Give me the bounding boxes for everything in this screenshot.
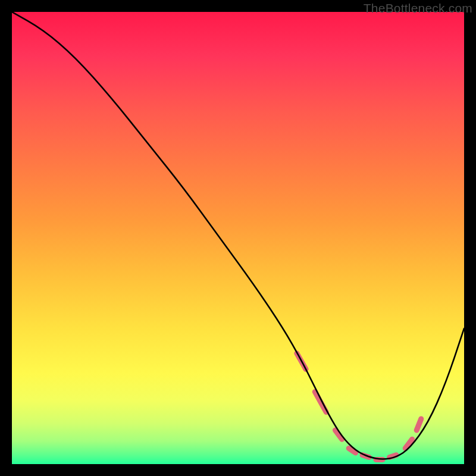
watermark-text: TheBottleneck.com bbox=[364, 1, 472, 15]
highlight-dash bbox=[416, 419, 421, 430]
main-curve bbox=[12, 12, 464, 459]
highlight-dash bbox=[405, 439, 412, 448]
curve-layer bbox=[12, 12, 464, 464]
highlight-dashes bbox=[297, 353, 421, 460]
highlight-dash bbox=[315, 392, 326, 412]
chart-frame: TheBottleneck.com bbox=[0, 0, 476, 476]
plot-area bbox=[12, 12, 464, 464]
